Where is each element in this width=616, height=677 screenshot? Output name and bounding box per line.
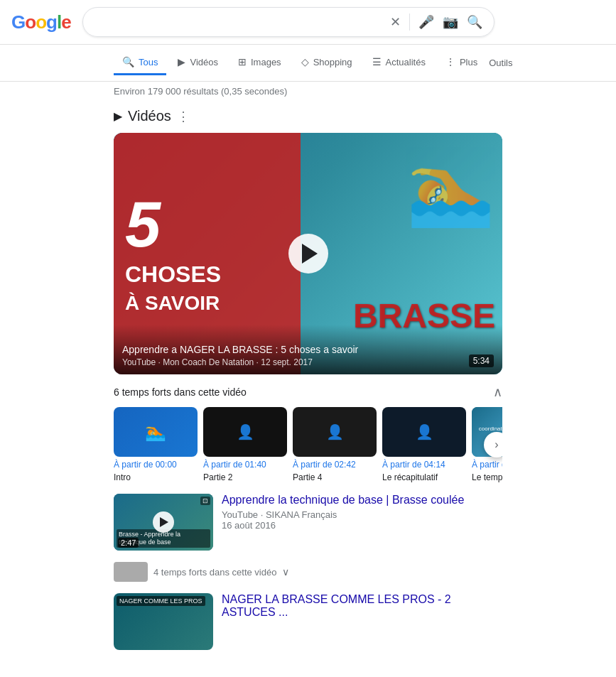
video-section-icon: ▶ — [114, 109, 122, 123]
moment-item[interactable]: 🏊 À partir de 00:00 Intro — [114, 407, 198, 482]
voice-search-icon[interactable]: 🎤 — [418, 14, 434, 30]
section-title: Vidéos — [128, 108, 171, 124]
moment-time-3: À partir de 02:42 — [293, 460, 377, 470]
moment-label-5: Le temps glisse — [472, 472, 502, 482]
third-video-label: NAGER COMME LES PROS — [117, 596, 205, 606]
moment-time-2: À partir de 01:40 — [203, 460, 287, 470]
shopping-icon: ◇ — [301, 56, 309, 67]
thumb-choses: CHOSES — [125, 262, 289, 287]
video-source-text: YouTube · Mon Coach De Natation · 12 sep… — [122, 357, 469, 367]
actualites-icon: ☰ — [372, 56, 382, 67]
moment-thumb-3: 👤 — [293, 407, 377, 457]
key-moments-label: 6 temps forts dans cette vidéo — [114, 386, 247, 398]
key-moments-header: 6 temps forts dans cette vidéo ∧ — [114, 384, 502, 400]
second-video-moments-label: 4 temps forts dans cette vidéo — [153, 567, 276, 578]
second-video-thumb[interactable]: Brasse - Apprendre la technique de base … — [114, 494, 213, 551]
moment-thumb-1: 🏊 — [114, 407, 198, 457]
second-video-result: Brasse - Apprendre la technique de base … — [114, 494, 502, 551]
tab-shopping[interactable]: ◇ Shopping — [293, 50, 361, 75]
divider — [409, 13, 410, 31]
key-moments-collapse-icon[interactable]: ∧ — [493, 384, 502, 400]
search-input[interactable]: nager la brasse — [94, 16, 390, 28]
third-video-info: NAGER LA BRASSE COMME LES PROS - 2 ASTUC… — [222, 593, 502, 622]
main-video[interactable]: 5 CHOSES À SAVOIR 🏊 BRASSE Apprendre a N… — [114, 133, 502, 374]
moment-item[interactable]: 👤 À partir de 01:40 Partie 2 — [203, 407, 287, 482]
search-icon[interactable]: 🔍 — [467, 14, 482, 30]
videos-icon: ▶ — [178, 56, 185, 67]
clear-icon[interactable]: ✕ — [390, 14, 401, 30]
video-title-text: Apprendre a NAGER LA BRASSE : 5 choses a… — [122, 344, 469, 355]
third-video-title[interactable]: NAGER LA BRASSE COMME LES PROS - 2 ASTUC… — [222, 593, 502, 619]
tab-images[interactable]: ⊞ Images — [229, 50, 290, 75]
results-count: Environ 179 000 résultats (0,35 secondes… — [0, 82, 616, 101]
moment-item[interactable]: 👤 À partir de 04:14 Le récapitulatif — [382, 407, 466, 482]
moment-label-3: Partie 4 — [293, 472, 377, 482]
thumb-asavoir: À SAVOIR — [125, 293, 289, 315]
moment-item[interactable]: 👤 À partir de 02:42 Partie 4 — [293, 407, 377, 482]
second-video-info: Apprendre la technique de base | Brasse … — [222, 494, 502, 531]
chevron-right-icon: › — [495, 438, 498, 451]
tab-tous[interactable]: 🔍 Tous — [114, 50, 166, 75]
nav-tabs: 🔍 Tous ▶ Vidéos ⊞ Images ◇ Shopping ☰ Ac… — [0, 45, 616, 82]
moment-thumb-4: 👤 — [382, 407, 466, 457]
google-logo: Google — [11, 11, 71, 33]
play-button[interactable] — [288, 234, 328, 273]
moment-time-4: À partir de 04:14 — [382, 460, 466, 470]
plus-icon: ⋮ — [445, 56, 455, 67]
key-moments-compact[interactable]: 4 temps forts dans cette vidéo ∨ — [114, 562, 502, 582]
moment-label-2: Partie 2 — [203, 472, 287, 482]
tab-tous-label: Tous — [139, 57, 158, 67]
expand-icon: ⊡ — [200, 497, 210, 505]
second-video-title[interactable]: Apprendre la technique de base | Brasse … — [222, 494, 502, 507]
tab-videos-label: Vidéos — [190, 57, 218, 67]
section-menu-icon[interactable]: ⋮ — [177, 109, 190, 124]
tab-images-label: Images — [251, 57, 281, 67]
moments-list: 🏊 À partir de 00:00 Intro 👤 À partir de … — [114, 407, 502, 482]
tab-shopping-label: Shopping — [313, 57, 352, 67]
images-icon: ⊞ — [238, 56, 247, 67]
main-content: ▶ Vidéos ⋮ 5 CHOSES À SAVOIR 🏊 BRASSE — [0, 101, 616, 668]
second-video-play-btn[interactable] — [153, 511, 174, 533]
image-search-icon[interactable]: 📷 — [443, 14, 458, 30]
tools-button[interactable]: Outils — [489, 58, 512, 68]
moment-time-5: À partir de 04:43 — [472, 460, 502, 470]
video-duration: 5:34 — [469, 354, 494, 367]
second-video-duration: 2:47 — [118, 538, 139, 548]
tab-videos[interactable]: ▶ Vidéos — [169, 50, 227, 75]
third-video-result: NAGER COMME LES PROS NAGER LA BRASSE COM… — [114, 593, 502, 650]
moment-time-1: À partir de 00:00 — [114, 460, 198, 470]
second-video-source: YouTube · SIKANA Français 16 août 2016 — [222, 509, 502, 531]
tous-icon: 🔍 — [122, 56, 134, 67]
play-triangle-icon — [160, 517, 168, 527]
moment-label-4: Le récapitulatif — [382, 472, 466, 482]
thumb-number: 5 — [125, 193, 289, 256]
tab-plus-label: Plus — [460, 57, 477, 67]
swimmer-emoji: 🏊 — [406, 147, 495, 231]
header: Google nager la brasse ✕ 🎤 📷 🔍 — [0, 0, 616, 45]
third-video-thumb[interactable]: NAGER COMME LES PROS — [114, 593, 213, 650]
tab-actualites-label: Actualités — [386, 57, 426, 67]
expand-down-icon: ∨ — [282, 566, 289, 578]
section-header: ▶ Vidéos ⋮ — [114, 108, 502, 124]
moment-thumb-2: 👤 — [203, 407, 287, 457]
tab-plus[interactable]: ⋮ Plus — [437, 50, 486, 75]
play-triangle-icon — [302, 244, 318, 264]
search-bar: nager la brasse ✕ 🎤 📷 🔍 — [82, 7, 495, 37]
moment-label-1: Intro — [114, 472, 198, 482]
main-video-thumb: 5 CHOSES À SAVOIR 🏊 BRASSE Apprendre a N… — [114, 133, 502, 374]
key-moments: 6 temps forts dans cette vidéo ∧ 🏊 À par… — [114, 384, 502, 482]
tab-actualites[interactable]: ☰ Actualités — [364, 50, 434, 75]
key-moments-compact-thumb — [114, 562, 148, 582]
